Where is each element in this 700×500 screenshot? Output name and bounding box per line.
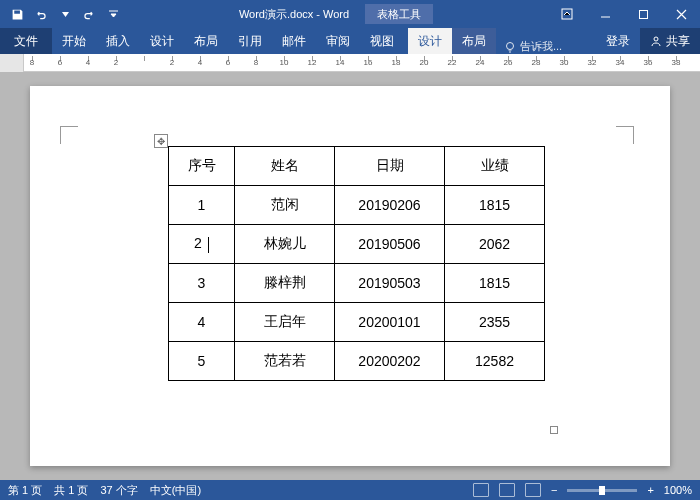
table-cell[interactable]: 1815 (445, 264, 545, 303)
table-cell[interactable]: 12582 (445, 342, 545, 381)
status-words[interactable]: 37 个字 (100, 483, 137, 498)
table-cell[interactable]: 滕梓荆 (235, 264, 335, 303)
horizontal-ruler[interactable]: 86422468101214161820222426283032343638 (24, 54, 700, 71)
references-tab[interactable]: 引用 (228, 28, 272, 54)
status-page[interactable]: 第 1 页 (8, 483, 42, 498)
table-cell[interactable]: 1 (169, 186, 235, 225)
ruler-mark: 8 (254, 58, 258, 67)
status-bar: 第 1 页 共 1 页 37 个字 中文(中国) − + 100% (0, 480, 700, 500)
ruler-corner (0, 54, 24, 72)
view-tab[interactable]: 视图 (360, 28, 404, 54)
maximize-icon[interactable] (624, 0, 662, 28)
share-button[interactable]: 共享 (640, 28, 700, 54)
signin-button[interactable]: 登录 (596, 33, 640, 50)
svg-rect-1 (639, 10, 647, 18)
ruler-mark: 32 (588, 58, 597, 67)
redo-icon[interactable] (78, 3, 100, 25)
status-lang[interactable]: 中文(中国) (150, 483, 201, 498)
share-icon (650, 35, 662, 47)
table-cell[interactable]: 20190506 (335, 225, 445, 264)
table-cell[interactable]: 20200101 (335, 303, 445, 342)
contextual-tab-label: 表格工具 (365, 4, 433, 24)
undo-dropdown-icon[interactable] (54, 3, 76, 25)
table-cell[interactable]: 20190206 (335, 186, 445, 225)
table-layout-tab[interactable]: 布局 (452, 28, 496, 54)
status-right: − + 100% (473, 483, 692, 497)
zoom-slider[interactable] (567, 489, 637, 492)
read-mode-icon[interactable] (473, 483, 489, 497)
document-area[interactable]: ✥ 序号姓名日期业绩 1范闲2019020618152林婉儿2019050620… (0, 72, 700, 480)
table-row[interactable]: 3滕梓荆201905031815 (169, 264, 545, 303)
status-pages[interactable]: 共 1 页 (54, 483, 88, 498)
data-table[interactable]: 序号姓名日期业绩 1范闲2019020618152林婉儿201905062062… (168, 146, 545, 381)
close-icon[interactable] (662, 0, 700, 28)
page[interactable]: ✥ 序号姓名日期业绩 1范闲2019020618152林婉儿2019050620… (30, 86, 670, 466)
share-label: 共享 (666, 33, 690, 50)
review-tab[interactable]: 审阅 (316, 28, 360, 54)
table-cell[interactable]: 4 (169, 303, 235, 342)
quick-access-toolbar (0, 3, 124, 25)
ruler-mark: 6 (58, 58, 62, 67)
table-design-tab[interactable]: 设计 (408, 28, 452, 54)
title-bar: Word演示.docx - Word 表格工具 (0, 0, 700, 28)
table-cell[interactable]: 林婉儿 (235, 225, 335, 264)
table-header[interactable]: 业绩 (445, 147, 545, 186)
ribbon-tabs: 文件 开始 插入 设计 布局 引用 邮件 审阅 视图 设计 布局 告诉我... … (0, 28, 700, 54)
print-layout-icon[interactable] (499, 483, 515, 497)
undo-icon[interactable] (30, 3, 52, 25)
document-title: Word演示.docx - Word (239, 7, 349, 22)
ruler-mark: 10 (280, 58, 289, 67)
table-cell[interactable]: 范若若 (235, 342, 335, 381)
tell-me[interactable]: 告诉我... (504, 39, 562, 54)
table-cell[interactable]: 2062 (445, 225, 545, 264)
title-center: Word演示.docx - Word 表格工具 (124, 4, 548, 24)
ruler-mark: 4 (86, 58, 90, 67)
lightbulb-icon (504, 41, 516, 53)
table-cell[interactable]: 范闲 (235, 186, 335, 225)
ruler-mark: 34 (616, 58, 625, 67)
table-cell[interactable]: 5 (169, 342, 235, 381)
web-layout-icon[interactable] (525, 483, 541, 497)
ruler-mark: 20 (420, 58, 429, 67)
ruler-mark: 16 (364, 58, 373, 67)
ruler-mark: 38 (672, 58, 681, 67)
ruler-mark: 36 (644, 58, 653, 67)
table-cell[interactable]: 2 (169, 225, 235, 264)
zoom-out-icon[interactable]: − (551, 484, 557, 496)
table-cell[interactable]: 王启年 (235, 303, 335, 342)
table-cell[interactable]: 2355 (445, 303, 545, 342)
ruler-mark: 2 (114, 58, 118, 67)
ribbon-options-icon[interactable] (548, 0, 586, 28)
table-row[interactable]: 2林婉儿201905062062 (169, 225, 545, 264)
table-row[interactable]: 4王启年202001012355 (169, 303, 545, 342)
table-resize-handle[interactable] (550, 426, 558, 434)
svg-point-2 (507, 42, 514, 49)
table-header[interactable]: 姓名 (235, 147, 335, 186)
qat-customize-icon[interactable] (102, 3, 124, 25)
table-cell[interactable]: 3 (169, 264, 235, 303)
table-header[interactable]: 日期 (335, 147, 445, 186)
design-tab[interactable]: 设计 (140, 28, 184, 54)
zoom-level[interactable]: 100% (664, 484, 692, 496)
tell-me-label: 告诉我... (520, 39, 562, 54)
account-group: 登录 共享 (596, 28, 700, 54)
minimize-icon[interactable] (586, 0, 624, 28)
layout-tab[interactable]: 布局 (184, 28, 228, 54)
insert-tab[interactable]: 插入 (96, 28, 140, 54)
table-cell[interactable]: 20190503 (335, 264, 445, 303)
table-header[interactable]: 序号 (169, 147, 235, 186)
table-tools-group: 设计 布局 (408, 28, 496, 54)
table-move-handle-icon[interactable]: ✥ (154, 134, 168, 148)
table-row[interactable]: 5范若若2020020212582 (169, 342, 545, 381)
ruler-mark: 2 (170, 58, 174, 67)
table-row[interactable]: 1范闲201902061815 (169, 186, 545, 225)
ruler-mark: 26 (504, 58, 513, 67)
mailings-tab[interactable]: 邮件 (272, 28, 316, 54)
margin-corner-tr (616, 126, 634, 144)
save-icon[interactable] (6, 3, 28, 25)
home-tab[interactable]: 开始 (52, 28, 96, 54)
zoom-in-icon[interactable]: + (647, 484, 653, 496)
file-tab[interactable]: 文件 (0, 28, 52, 54)
table-cell[interactable]: 1815 (445, 186, 545, 225)
table-cell[interactable]: 20200202 (335, 342, 445, 381)
